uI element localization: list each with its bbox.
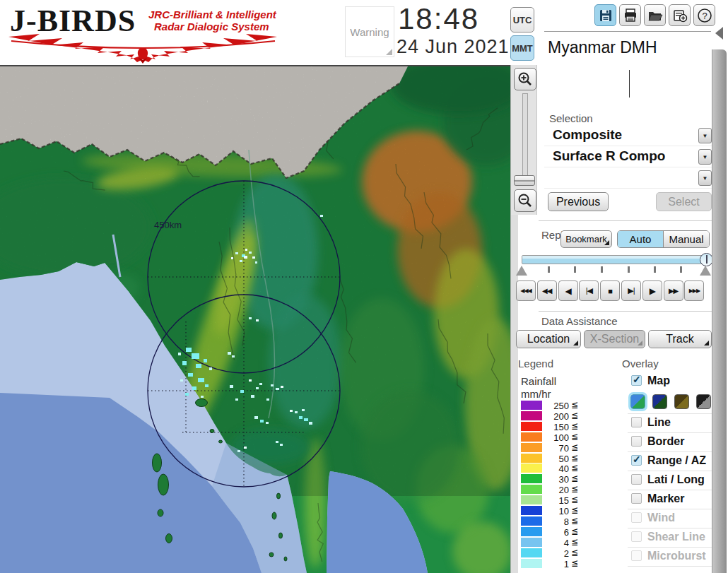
rewind-fast-button[interactable]: ◀◀◀ [516,280,536,301]
product-field[interactable] [544,67,711,101]
checkbox-line[interactable] [631,417,642,427]
rain-echo [280,444,283,446]
step-back-button[interactable]: |◀ [579,280,599,301]
help-button[interactable]: ? [693,4,715,26]
panel-collapse-arrow[interactable] [715,27,723,40]
rain-echo [309,422,312,425]
rain-echo [249,317,252,319]
overlay-item-wind[interactable]: Wind [628,511,712,526]
overlay-item-lati-long[interactable]: Lati / Long [628,473,712,488]
replay-mode-toggle: Auto Manual [617,230,710,248]
zoom-in-button[interactable] [514,68,536,90]
legend-lte-symbol: ≦ [571,505,578,515]
add-image-button[interactable] [669,4,691,26]
legend-swatch [521,548,542,557]
manual-mode-button[interactable]: Manual [664,231,709,247]
island [284,557,287,561]
map-style-swatch-3[interactable] [696,394,711,409]
timezone-button-mmt[interactable]: MMT [510,35,534,61]
track-button[interactable]: Track [648,330,712,348]
overlay-item-label: Shear Line [647,531,705,543]
step-forward-button[interactable]: ▶| [621,280,641,301]
legend-value: 50 [545,454,569,464]
radar-map[interactable]: 450km [0,65,510,573]
map-style-swatch-0[interactable] [630,394,645,409]
legend-row-30: 30≦ [521,474,588,484]
panel-collapse-strip[interactable] [712,49,727,573]
replay-slider-track[interactable] [522,255,712,264]
overlay-item-map[interactable]: ✓Map [628,374,712,389]
map-style-swatch-1[interactable] [652,394,667,409]
checkbox-range-az[interactable]: ✓ [631,455,642,466]
auto-mode-button[interactable]: Auto [618,231,664,247]
open-folder-button[interactable] [644,4,666,26]
island [272,512,276,519]
map-zoom-rail [510,65,537,215]
legend-value: 6 [545,527,569,538]
rain-echo [276,441,278,443]
legend-row-150: 150≦ [521,422,588,432]
rain-echo [304,418,308,421]
overlay-item-border[interactable]: Border [628,435,712,450]
legend-row-70: 70≦ [521,443,588,453]
zoom-out-button[interactable] [514,189,536,212]
map-style-swatch-2[interactable] [674,394,689,409]
map-zoom-slider-handle[interactable] [514,175,535,186]
rain-echo [204,359,207,362]
overlay-item-microburst[interactable]: Microburst [628,549,712,565]
rewind-button[interactable]: ◀◀ [537,280,557,301]
legend-lte-symbol: ≦ [571,400,578,410]
overlay-row-separator [628,451,712,452]
app-logo: J-BIRDS JRC-Brilliant & Intelligent Rada… [7,3,290,64]
checkbox-wind [631,512,642,523]
island [269,553,274,557]
play-button[interactable]: ▶ [642,280,662,301]
bookmark-button[interactable]: Bookmark [560,230,612,248]
legend-value: 4 [545,538,569,548]
x-section-button[interactable]: X-Section [584,330,645,348]
slider-start-marker[interactable] [516,266,527,276]
rain-echo [249,379,252,382]
overlay-item-marker[interactable]: Marker [628,492,712,507]
dropdown-arrow-button-2[interactable]: ▼ [698,170,712,186]
legend-swatch [521,495,542,504]
rain-echo [259,383,262,385]
select-button[interactable]: Select [656,192,712,211]
overlay-row-separator [628,509,712,509]
checkbox-marker[interactable] [631,493,642,504]
location-button[interactable]: Location [516,330,581,348]
save-button[interactable] [594,4,616,26]
checkbox-map[interactable]: ✓ [631,375,642,386]
dropdown-arrow-button-0[interactable]: ▼ [698,128,712,143]
overlay-row-separator [628,566,712,567]
rain-echo [188,373,193,377]
overlay-row-separator [628,547,712,548]
stop-button[interactable]: ■ [600,280,620,301]
overlay-item-line[interactable]: Line [628,415,712,431]
dropdown-arrow-button-1[interactable]: ▼ [698,149,712,165]
warning-label: Warning [350,26,389,38]
slider-end-marker[interactable] [700,266,711,276]
previous-button[interactable]: Previous [548,192,609,211]
overlay-item-range-az[interactable]: ✓Range / AZ [628,454,712,469]
play-reverse-button[interactable]: ◀ [558,280,578,301]
timezone-button-utc[interactable]: UTC [510,7,534,33]
forward-fast-button[interactable]: ▶▶▶ [684,280,704,301]
rain-echo [266,398,269,401]
overlay-item-shear-line[interactable]: Shear Line [628,530,712,545]
legend-row-250: 250≦ [521,401,588,410]
overlay-row-separator [628,528,712,528]
overlay-row-separator [628,490,712,490]
checkbox-lati-long[interactable] [631,474,642,485]
print-button[interactable] [619,4,641,26]
clock-time: 18:48 [398,4,479,34]
map-zoom-slider-track[interactable] [522,93,528,178]
legend-row-40: 40≦ [521,463,588,473]
forward-button[interactable]: ▶▶ [664,280,683,301]
slider-tick-5 [680,266,682,273]
warning-button[interactable]: Warning [345,6,394,57]
checkbox-border[interactable] [631,436,642,447]
assist-corner-mark [573,341,578,345]
checkbox-shear-line [631,531,642,542]
rain-echo [235,398,238,401]
